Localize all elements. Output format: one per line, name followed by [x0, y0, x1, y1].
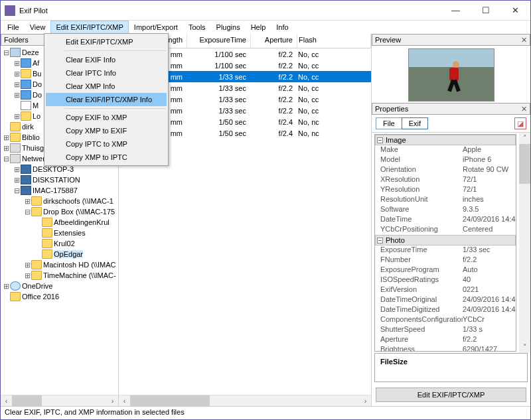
tab-exif[interactable]: Exif — [402, 117, 428, 129]
cell-aperture: f/2.2 — [250, 107, 297, 115]
edit-exif-button[interactable]: Edit EXIF/IPTC/XMP — [376, 387, 526, 402]
scroll-down-icon[interactable]: ˅ — [519, 342, 530, 353]
menuitem-clear-exif-iptc-xmp-info[interactable]: Clear EXIF/IPTC/XMP Info — [46, 93, 167, 106]
menuitem-copy-exif-to-xmp[interactable]: Copy EXIF to XMP — [46, 111, 167, 124]
menu-file[interactable]: File — [2, 21, 25, 34]
menuitem-edit-exif-iptc-xmp[interactable]: Edit EXIF/IPTC/XMP — [46, 35, 167, 48]
scroll-right-icon[interactable]: › — [360, 395, 371, 406]
scroll-left-icon[interactable]: ‹ — [1, 395, 12, 406]
tree-twisty-icon[interactable]: ⊞ — [13, 70, 21, 78]
menu-view[interactable]: View — [25, 21, 51, 34]
prop-row[interactable]: ISOSpeedRatings40 — [375, 275, 516, 285]
tree-node[interactable]: Krul02 — [2, 238, 118, 249]
tree-twisty-icon[interactable]: ⊞ — [13, 59, 21, 67]
prop-row[interactable]: ExifVersion0221 — [375, 285, 516, 295]
col-flash[interactable]: Flash — [297, 34, 371, 48]
menu-help[interactable]: Help — [246, 21, 271, 34]
tree-twisty-icon[interactable]: ⊞ — [23, 197, 31, 205]
tab-file[interactable]: File — [376, 117, 402, 129]
menu-info[interactable]: Info — [271, 21, 293, 34]
prop-row[interactable]: OrientationRotate 90 CW — [375, 165, 516, 175]
prop-row[interactable]: ShutterSpeed1/33 s — [375, 325, 516, 335]
preview-pane-close-icon[interactable]: ✕ — [521, 36, 527, 44]
col-aperture[interactable]: Aperture — [251, 34, 297, 48]
prop-row[interactable]: Brightness6290/1427 — [375, 345, 516, 352]
prop-row[interactable]: FNumberf/2.2 — [375, 255, 516, 265]
scroll-left-icon[interactable]: ‹ — [119, 395, 130, 406]
menu-import-export[interactable]: Import/Export — [129, 21, 183, 34]
properties-pane-close-icon[interactable]: ✕ — [521, 105, 527, 113]
menu-edit-exif-iptc-xmp[interactable]: Edit EXIF/IPTC/XMP — [50, 21, 128, 34]
tree-twisty-icon[interactable]: ⊞ — [2, 144, 10, 152]
scroll-right-icon[interactable]: › — [107, 395, 118, 406]
prop-row[interactable]: DateTimeDigitized24/09/2016 14:47:13 — [375, 305, 516, 315]
tree-twisty-icon[interactable]: ⊞ — [23, 271, 31, 279]
tree-node[interactable]: Extensies — [2, 228, 118, 238]
exif-property-list[interactable]: –ImageMakeAppleModeliPhone 6OrientationR… — [374, 134, 516, 352]
menuitem-copy-xmp-to-iptc[interactable]: Copy XMP to IPTC — [46, 151, 167, 164]
menu-tools[interactable]: Tools — [183, 21, 211, 34]
prop-row[interactable]: XResolution72/1 — [375, 175, 516, 185]
menuitem-clear-xmp-info[interactable]: Clear XMP Info — [46, 80, 167, 93]
tree-node[interactable]: ⊞DISKSTATION — [2, 175, 118, 185]
tree-node[interactable]: ⊟Drop Box (\\IMAC-175 — [2, 206, 118, 217]
properties-tool-icon[interactable]: ◪ — [514, 117, 526, 129]
tree-twisty-icon[interactable]: ⊞ — [2, 282, 10, 290]
tree-node[interactable]: AfbeeldingenKrul — [2, 217, 118, 228]
tree-node[interactable]: Office 2016 — [2, 291, 118, 302]
tree-node[interactable]: ⊞TimeMachine (\\IMAC- — [2, 270, 118, 281]
tree-node[interactable]: ⊞dirkschoofs (\\IMAC-1 — [2, 196, 118, 206]
tree-node[interactable]: OpEdgar — [2, 249, 118, 259]
prop-row[interactable]: YCbCrPositioningCentered — [375, 225, 516, 235]
tree-twisty-icon[interactable]: ⊞ — [13, 112, 21, 120]
prop-key: Aperture — [380, 335, 463, 345]
tree-node[interactable]: ⊞OneDrive — [2, 281, 118, 291]
menu-plugins[interactable]: Plugins — [211, 21, 246, 34]
tree-twisty-icon[interactable]: ⊟ — [2, 155, 10, 163]
tree-twisty-icon[interactable]: ⊟ — [23, 208, 31, 216]
tree-twisty-icon[interactable]: ⊞ — [13, 165, 21, 173]
tree-node[interactable]: ⊞Macintosh HD (\\IMAC — [2, 259, 118, 270]
menuitem-copy-xmp-to-exif[interactable]: Copy XMP to EXIF — [46, 124, 167, 137]
prop-row[interactable]: Aperturef/2.2 — [375, 335, 516, 345]
prop-row[interactable]: ExposureTime1/33 sec — [375, 245, 516, 255]
prop-row[interactable]: YResolution72/1 — [375, 185, 516, 195]
tree-node[interactable]: ⊟IMAC-175887 — [2, 185, 118, 196]
tree-twisty-icon[interactable]: ⊟ — [13, 186, 21, 194]
collapse-icon[interactable]: – — [377, 238, 383, 244]
prop-group-image[interactable]: –Image — [375, 135, 516, 145]
scroll-up-icon[interactable]: ˄ — [519, 133, 530, 144]
prop-group-photo[interactable]: –Photo — [375, 235, 516, 245]
tree-hscrollbar[interactable]: ‹ › — [1, 395, 118, 406]
tree-twisty-icon[interactable]: ⊞ — [13, 176, 21, 184]
blue-icon — [21, 90, 31, 100]
folder-icon — [21, 111, 31, 121]
prop-value: 40 — [463, 275, 516, 285]
tree-twisty-icon[interactable]: ⊟ — [2, 48, 10, 56]
table-hscrollbar[interactable]: ‹ › — [119, 395, 371, 406]
menuitem-copy-iptc-to-xmp[interactable]: Copy IPTC to XMP — [46, 137, 167, 151]
collapse-icon[interactable]: – — [377, 137, 383, 143]
tree-twisty-icon[interactable]: ⊞ — [13, 80, 21, 88]
properties-pane-header: Properties ✕ — [372, 103, 530, 115]
prop-row[interactable]: ResolutionUnitinches — [375, 195, 516, 205]
prop-row[interactable]: Software9.3.5 — [375, 205, 516, 215]
prop-row[interactable]: DateTimeOriginal24/09/2016 14:47:13 — [375, 295, 516, 305]
properties-vscrollbar[interactable]: ˄ ˅ — [519, 133, 530, 353]
prop-row[interactable]: MakeApple — [375, 145, 516, 155]
minimize-button[interactable]: — — [441, 1, 471, 20]
tree-twisty-icon[interactable]: ⊞ — [23, 261, 31, 269]
prop-row[interactable]: ModeliPhone 6 — [375, 155, 516, 165]
note-icon — [21, 101, 31, 110]
col-exposuretime[interactable]: ExposureTime — [187, 34, 251, 48]
tree-twisty-icon[interactable]: ⊞ — [13, 91, 21, 99]
close-button[interactable]: ✕ — [500, 1, 530, 20]
menuitem-clear-exif-info[interactable]: Clear EXIF Info — [46, 53, 167, 66]
prop-row[interactable]: ComponentsConfigurationYCbCr — [375, 315, 516, 325]
tree-twisty-icon[interactable]: ⊞ — [2, 133, 10, 141]
prop-row[interactable]: DateTime24/09/2016 14:47:13 — [375, 215, 516, 225]
folder-icon — [42, 228, 52, 238]
maximize-button[interactable]: ☐ — [471, 1, 500, 20]
prop-row[interactable]: ExposureProgramAuto — [375, 265, 516, 275]
menuitem-clear-iptc-info[interactable]: Clear IPTC Info — [46, 66, 167, 80]
